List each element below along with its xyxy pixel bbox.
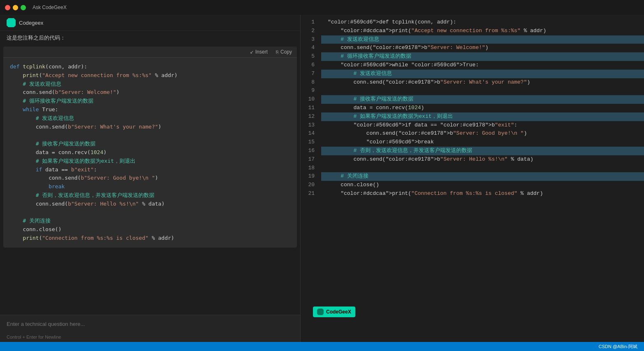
editor-area: 123456789101112131415161718192021 "color… xyxy=(301,15,644,342)
copy-button[interactable]: ⎘ Copy xyxy=(274,48,294,56)
code-line: # 循环接收客户端发送的数据 xyxy=(321,52,644,61)
brand-name: Codegeex xyxy=(19,20,43,26)
code-line: conn.send("color:#ce9178">b"Server: Hell… xyxy=(321,155,644,164)
line-number: 4 xyxy=(301,44,321,52)
code-line: "color:#569cd6">def tcplink(conn, addr): xyxy=(321,18,644,27)
code-line: conn.close() xyxy=(321,181,644,190)
status-bar: CSDN @ABin-阿斌 xyxy=(0,342,644,351)
code-line: "color:#569cd6">break xyxy=(321,138,644,147)
brand-row: Codegeex xyxy=(0,15,300,31)
line-number: 18 xyxy=(301,164,321,173)
code-line: data = conn.recv(1024) xyxy=(321,104,644,112)
code-line: "color:#569cd6">while "color:#569cd6">Tr… xyxy=(321,61,644,70)
line-number: 3 xyxy=(301,35,321,44)
line-number: 13 xyxy=(301,121,321,130)
traffic-lights xyxy=(5,5,26,10)
code-line: # 关闭连接 xyxy=(321,172,644,181)
code-line xyxy=(321,164,644,173)
line-number: 8 xyxy=(301,78,321,87)
watermark-text: CodeGeeX xyxy=(326,309,351,315)
code-block: ↙ Insert ⎘ Copy def tcplink(conn, addr):… xyxy=(3,47,297,248)
line-number: 9 xyxy=(301,87,321,95)
watermark-icon xyxy=(317,309,324,315)
line-number: 15 xyxy=(301,138,321,147)
titlebar: Ask CodeGeeX xyxy=(0,0,644,15)
code-line: "color:#569cd6">if data == "color:#ce917… xyxy=(321,121,644,130)
code-line: # 否则，发送欢迎信息，并发送客户端发送的数据 xyxy=(321,147,644,155)
main-container: Codegeex 这是您注释之后的代码： ↙ Insert ⎘ Copy def… xyxy=(0,15,644,342)
code-line: # 发送欢迎信息 xyxy=(321,35,644,44)
line-number: 11 xyxy=(301,104,321,112)
window-title: Ask CodeGeeX xyxy=(33,5,67,10)
line-number: 14 xyxy=(301,129,321,138)
code-line: conn.send("color:#ce9178">b"Server: Good… xyxy=(321,129,644,138)
code-line: "color:#dcdcaa">print("Accept new connec… xyxy=(321,27,644,35)
line-number: 21 xyxy=(301,190,321,198)
code-line: # 接收客户端发送的数据 xyxy=(321,95,644,104)
code-content: def tcplink(conn, addr): print("Accept n… xyxy=(3,58,297,248)
minimize-button[interactable] xyxy=(13,5,18,10)
chat-input-area: Control + Enter for Newline xyxy=(0,315,300,342)
insert-button[interactable]: ↙ Insert xyxy=(248,48,269,56)
codegee-logo-icon xyxy=(7,18,16,27)
line-number: 5 xyxy=(301,52,321,61)
status-text: CSDN @ABin-阿斌 xyxy=(599,344,637,350)
line-number: 2 xyxy=(301,27,321,35)
close-button[interactable] xyxy=(5,5,10,10)
codegee-watermark: CodeGeeX xyxy=(313,307,355,317)
chat-input[interactable] xyxy=(0,315,300,333)
line-number: 12 xyxy=(301,112,321,121)
left-panel: Codegeex 这是您注释之后的代码： ↙ Insert ⎘ Copy def… xyxy=(0,15,301,342)
code-line xyxy=(321,87,644,95)
code-line: # 如果客户端发送的数据为exit，则退出 xyxy=(321,112,644,121)
code-lines: "color:#569cd6">def tcplink(conn, addr):… xyxy=(321,15,644,342)
line-number: 17 xyxy=(301,155,321,164)
copy-icon: ⎘ xyxy=(276,49,279,54)
line-number: 7 xyxy=(301,70,321,78)
code-pre: def tcplink(conn, addr): print("Accept n… xyxy=(10,63,290,243)
maximize-button[interactable] xyxy=(21,5,26,10)
line-number: 19 xyxy=(301,172,321,181)
code-line: conn.send("color:#ce9178">b"Server: What… xyxy=(321,78,644,87)
line-numbers: 123456789101112131415161718192021 xyxy=(301,15,321,342)
chat-description: 这是您注释之后的代码： xyxy=(0,31,300,45)
line-number: 20 xyxy=(301,181,321,190)
line-number: 6 xyxy=(301,61,321,70)
code-line: "color:#dcdcaa">print("Connection from %… xyxy=(321,190,644,198)
line-number: 16 xyxy=(301,147,321,155)
code-line: conn.send("color:#ce9178">b"Server: Welc… xyxy=(321,44,644,52)
insert-icon: ↙ xyxy=(250,49,254,55)
line-number: 1 xyxy=(301,18,321,27)
code-line: # 发送欢迎信息 xyxy=(321,70,644,78)
right-panel: 123456789101112131415161718192021 "color… xyxy=(301,15,644,342)
input-hint: Control + Enter for Newline xyxy=(0,333,300,342)
code-toolbar: ↙ Insert ⎘ Copy xyxy=(3,47,297,58)
line-number: 10 xyxy=(301,95,321,104)
